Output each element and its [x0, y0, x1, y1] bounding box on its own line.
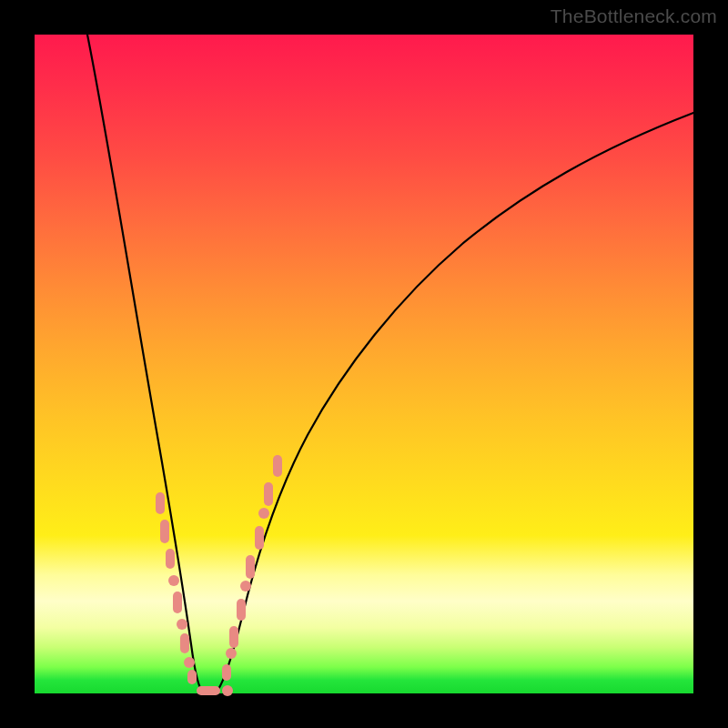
- bead: [173, 592, 182, 613]
- bead: [222, 685, 233, 696]
- bead: [197, 686, 220, 695]
- bead: [187, 670, 197, 684]
- bead: [180, 633, 189, 653]
- bead: [264, 482, 273, 506]
- bead-cluster-right: [222, 455, 282, 681]
- bead: [229, 626, 238, 648]
- watermark-text: TheBottleneck.com: [551, 5, 717, 27]
- bead: [226, 648, 237, 659]
- bead: [177, 619, 187, 630]
- plot-area: [35, 35, 693, 693]
- bead: [273, 455, 282, 477]
- bead-cluster-left: [156, 492, 197, 684]
- bottleneck-curve: [35, 35, 693, 693]
- bead: [240, 581, 251, 592]
- bead: [184, 657, 195, 668]
- chart-frame: TheBottleneck.com: [0, 0, 728, 728]
- bead: [222, 664, 231, 681]
- bead: [246, 555, 255, 579]
- bead: [156, 492, 165, 514]
- bead: [255, 526, 264, 550]
- bead-cluster-bottom: [197, 685, 233, 696]
- bead: [258, 508, 269, 519]
- bead: [168, 575, 179, 586]
- bead: [166, 549, 175, 569]
- bead: [160, 520, 169, 543]
- bead: [237, 599, 246, 621]
